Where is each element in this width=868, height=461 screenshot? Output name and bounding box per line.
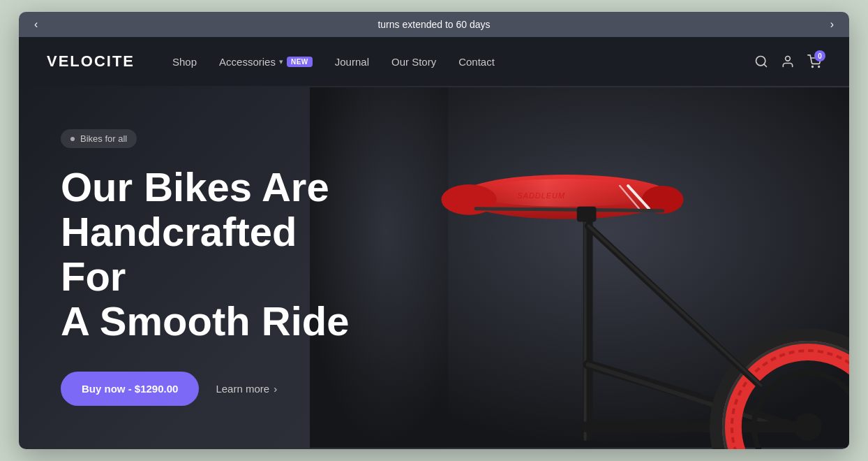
learn-more-arrow: › — [274, 383, 277, 395]
announcement-next-button[interactable]: › — [826, 17, 838, 32]
svg-text:SADDLEUM: SADDLEUM — [517, 191, 564, 200]
search-icon — [754, 54, 768, 68]
hero-content: Bikes for all Our Bikes Are Handcrafted … — [19, 101, 437, 433]
nav-item-accessories[interactable]: Accessories ▾ NEW — [209, 50, 322, 73]
learn-more-label: Learn more — [216, 383, 269, 395]
browser-frame: ‹ turns extended to 60 days › VELOCITE S… — [19, 12, 849, 449]
cart-button[interactable]: 0 — [807, 54, 821, 68]
logo[interactable]: VELOCITE — [47, 52, 135, 71]
search-button[interactable] — [754, 54, 768, 68]
hero-section: SADDLEUM Bikes for all Our Bikes Are Han… — [19, 86, 849, 449]
announcement-prev-button[interactable]: ‹ — [30, 17, 42, 32]
svg-point-2 — [786, 57, 791, 61]
hero-tag: Bikes for all — [61, 129, 137, 148]
hero-title-line2: For — [61, 254, 126, 299]
hero-tag-dot — [70, 137, 75, 141]
account-button[interactable] — [781, 54, 795, 68]
announcement-bar: ‹ turns extended to 60 days › — [19, 12, 849, 37]
announcement-text: turns extended to 60 days — [377, 19, 490, 30]
svg-point-4 — [818, 66, 820, 68]
nav-item-journal[interactable]: Journal — [325, 50, 379, 73]
svg-rect-28 — [576, 207, 596, 222]
navbar: VELOCITE Shop Accessories ▾ NEW Journal … — [19, 37, 849, 86]
svg-point-16 — [794, 413, 822, 441]
hero-tag-text: Bikes for all — [80, 133, 127, 144]
nav-menu: Shop Accessories ▾ NEW Journal Our Story… — [163, 50, 754, 73]
svg-point-3 — [812, 66, 814, 68]
user-icon — [781, 54, 795, 68]
svg-line-1 — [764, 64, 767, 67]
hero-actions: Buy now - $1290.00 Learn more › — [61, 372, 396, 406]
nav-item-shop[interactable]: Shop — [163, 50, 207, 73]
accessories-chevron-icon: ▾ — [279, 57, 283, 66]
nav-item-contact[interactable]: Contact — [449, 50, 504, 73]
hero-title: Our Bikes Are Handcrafted For A Smooth R… — [61, 165, 396, 343]
svg-rect-8 — [583, 205, 586, 441]
svg-line-27 — [476, 209, 663, 211]
hero-title-line3: A Smooth Ride — [61, 298, 350, 344]
buy-now-button[interactable]: Buy now - $1290.00 — [61, 372, 199, 406]
cart-count-badge: 0 — [814, 50, 825, 61]
hero-title-line1: Our Bikes Are Handcrafted — [61, 164, 329, 254]
nav-item-our-story[interactable]: Our Story — [382, 50, 446, 73]
navbar-icons: 0 — [754, 54, 821, 68]
learn-more-button[interactable]: Learn more › — [216, 383, 277, 395]
accessories-new-badge: NEW — [287, 57, 313, 67]
